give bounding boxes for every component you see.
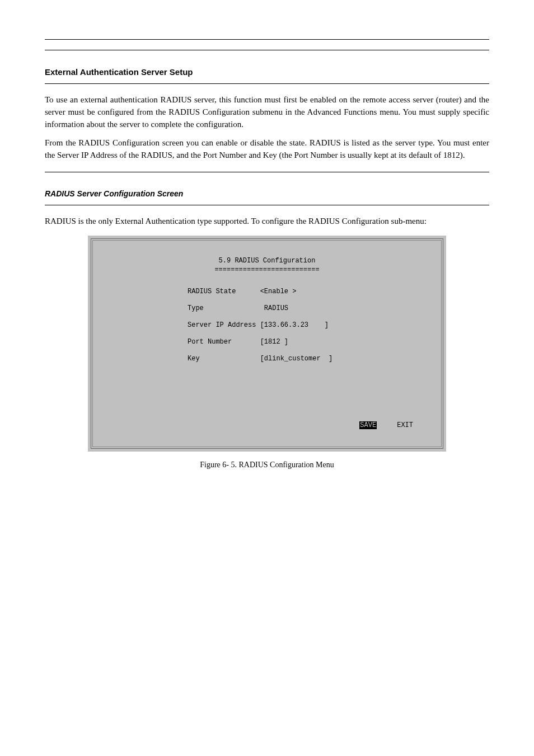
label-server-ip: Server IP Address bbox=[188, 321, 260, 329]
exit-button[interactable]: EXIT bbox=[397, 421, 413, 429]
value-key[interactable]: [dlink_customer ] bbox=[260, 355, 333, 363]
terminal-title-underline: ========================== bbox=[112, 265, 422, 274]
config-body-paragraph: RADIUS is the only External Authenticati… bbox=[45, 215, 489, 228]
header-rule-bottom bbox=[45, 50, 489, 50]
label-key: Key bbox=[188, 355, 260, 363]
page: External Authentication Server Setup To … bbox=[0, 0, 534, 756]
label-port-number: Port Number bbox=[188, 338, 260, 346]
section-rule-1 bbox=[45, 83, 489, 84]
section-heading: External Authentication Server Setup bbox=[45, 67, 489, 77]
intro-paragraph-2: From the RADIUS Configuration screen you… bbox=[45, 137, 489, 162]
value-type: RADIUS bbox=[260, 304, 288, 312]
terminal-row-key: Key [dlink_customer ] bbox=[112, 350, 422, 367]
section-rule-3 bbox=[45, 205, 489, 205]
terminal-row-port: Port Number [1812 ] bbox=[112, 334, 422, 350]
figure-caption: Figure 6- 5. RADIUS Configuration Menu bbox=[45, 461, 489, 469]
value-server-ip[interactable]: [133.66.3.23 ] bbox=[260, 321, 329, 329]
terminal-title: 5.9 RADIUS Configuration bbox=[112, 256, 422, 265]
intro-paragraph-1: To use an external authentication RADIUS… bbox=[45, 94, 489, 130]
terminal-frame-mid: 5.9 RADIUS Configuration ===============… bbox=[91, 238, 443, 449]
value-port-number[interactable]: [1812 ] bbox=[260, 338, 288, 346]
terminal-screen: 5.9 RADIUS Configuration ===============… bbox=[92, 240, 442, 447]
label-type: Type bbox=[188, 304, 260, 312]
terminal-row-ip: Server IP Address [133.66.3.23 ] bbox=[112, 317, 422, 334]
section-rule-2 bbox=[45, 172, 489, 172]
save-button[interactable]: SAVE bbox=[359, 421, 377, 429]
terminal-frame-outer: 5.9 RADIUS Configuration ===============… bbox=[88, 236, 446, 452]
value-radius-state[interactable]: <Enable > bbox=[260, 288, 297, 295]
terminal-row-type: Type RADIUS bbox=[112, 300, 422, 317]
terminal-screenshot: 5.9 RADIUS Configuration ===============… bbox=[88, 236, 446, 452]
page-header bbox=[45, 40, 489, 50]
label-radius-state: RADIUS State bbox=[188, 288, 260, 295]
radius-config-subheading: RADIUS Server Configuration Screen bbox=[45, 189, 489, 198]
action-spacer bbox=[377, 421, 397, 429]
terminal-actions: SAVE EXIT bbox=[359, 421, 413, 430]
terminal-row-state: RADIUS State <Enable > bbox=[112, 283, 422, 300]
